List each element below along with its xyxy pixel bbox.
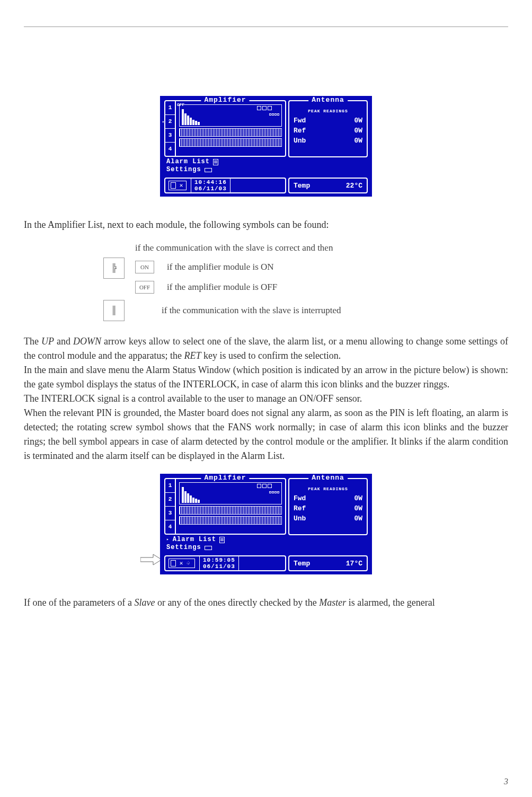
lcd-figure-2: Amplifier 1 2 3 4 — [24, 474, 508, 574]
lcd-screen: Amplifier 1OFF ▸2 3 4 — [160, 96, 372, 197]
gate-icon — [171, 560, 176, 566]
paragraph-intro: In the Amplifier List, next to each modu… — [24, 218, 508, 232]
status-box: ✕ 10:44:16 06/11/03 — [164, 178, 286, 193]
reading-fwd: Fwd0W — [294, 493, 362, 503]
plug-icon — [205, 168, 212, 172]
amplifier-panel: Amplifier 1OFF ▸2 3 4 — [164, 100, 286, 157]
hatch-bar — [179, 516, 282, 525]
slot-3: 3 — [165, 129, 175, 143]
reading-ref: Ref0W — [294, 503, 362, 513]
document-icon — [219, 537, 225, 543]
antenna-panel: Antenna PEAK READINGS Fwd0W Ref0W Unb0W — [288, 100, 368, 157]
fan-icon: ✕ — [178, 560, 184, 566]
off-label-box: OFF — [135, 281, 154, 294]
menu-alarm-list: Alarm List — [166, 158, 284, 166]
legend-off: if the amplifier module is OFF — [167, 282, 277, 293]
symbol-legend: ╠ if the communication with the slave is… — [103, 243, 508, 321]
slot-4: 4 — [165, 143, 175, 156]
slot-1: 1OFF — [165, 101, 175, 115]
reading-unb: Unb0W — [294, 136, 362, 146]
lcd-screen: Amplifier 1 2 3 4 — [160, 474, 372, 574]
gate-icon — [171, 182, 176, 189]
amplifier-panel: Amplifier 1 2 3 4 — [164, 478, 286, 535]
temp-box: Temp 22°C — [288, 178, 368, 193]
slot-2: ▸2 — [165, 115, 175, 129]
status-box: ✕ ♤ 10:59:05 06/11/03 — [164, 555, 286, 571]
slot-4: 4 — [165, 520, 175, 534]
slot-2: 2 — [165, 493, 175, 507]
hatch-bar — [179, 128, 282, 137]
document-icon — [213, 159, 218, 165]
menu-settings: Settings — [166, 544, 284, 552]
amplifier-title: Amplifier — [201, 474, 249, 482]
temp-box: Temp 17°C — [288, 555, 368, 571]
legend-comm-bad: if the communication with the slave is i… — [162, 305, 341, 316]
amplifier-title: Amplifier — [201, 96, 249, 104]
datetime: 10:59:05 06/11/03 — [199, 556, 239, 571]
on-label-box: ON — [135, 261, 154, 273]
arrow-right-icon — [140, 553, 162, 566]
bell-icon: ♤ — [187, 560, 193, 566]
plug-icon — [205, 546, 212, 550]
legend-comm-ok: if the communication with the slave is c… — [135, 243, 333, 253]
hatch-bar — [179, 506, 282, 515]
antenna-subtitle: PEAK READINGS — [294, 486, 362, 491]
legend-on: if the amplifier module is ON — [167, 262, 274, 272]
slot-3: 3 — [165, 507, 175, 520]
antenna-subtitle: PEAK READINGS — [294, 109, 362, 113]
comm-ok-icon: ╠ — [103, 258, 125, 279]
hatch-bar — [179, 138, 282, 147]
menu-settings: Settings — [166, 166, 284, 174]
antenna-panel: Antenna PEAK READINGS Fwd0W Ref0W Unb0W — [288, 478, 368, 535]
datetime: 10:44:16 06/11/03 — [191, 178, 230, 193]
reading-unb: Unb0W — [294, 513, 362, 524]
reading-fwd: Fwd0W — [294, 116, 362, 126]
lcd-figure-1: Amplifier 1OFF ▸2 3 4 — [24, 96, 508, 197]
menu-alarm-list: ▸Alarm List — [166, 536, 284, 544]
page-number: 3 — [504, 777, 508, 786]
comm-bad-icon: ║ — [103, 300, 125, 321]
antenna-title: Antenna — [308, 474, 348, 482]
bar-graph — [179, 104, 282, 127]
reading-ref: Ref0W — [294, 126, 362, 136]
antenna-title: Antenna — [308, 96, 348, 104]
paragraph-final: If one of the parameters of a Slave or a… — [24, 596, 508, 610]
paragraph-keys: The UP and DOWN arrow keys allow to sele… — [24, 334, 508, 463]
fan-icon: ✕ — [178, 182, 184, 189]
slot-1: 1 — [165, 479, 175, 493]
page-top-rule — [24, 26, 508, 27]
bar-graph — [179, 482, 282, 504]
